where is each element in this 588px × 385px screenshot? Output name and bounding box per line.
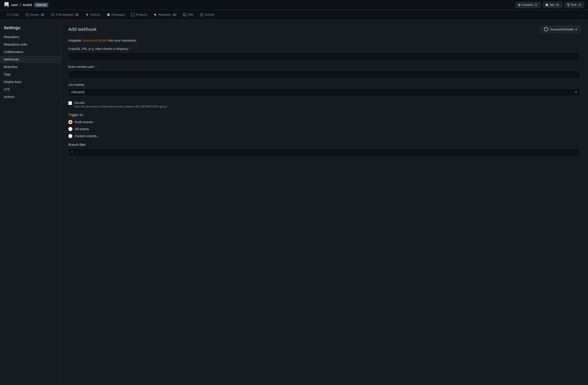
trigger-push-events[interactable]: Push events	[68, 120, 581, 124]
secrets-title: Secrets	[74, 101, 167, 104]
star-count: 0	[555, 3, 560, 6]
tab-projects[interactable]: Projects	[128, 10, 150, 20]
tab-wiki[interactable]: Wiki	[180, 10, 197, 20]
form-title: Add webhook	[68, 27, 97, 32]
trigger-custom-radio[interactable]	[68, 134, 72, 138]
sidebar-item-deploy-keys-label: Deploy keys	[4, 80, 21, 84]
trigger-custom-events[interactable]: Custom events...	[68, 134, 581, 138]
tab-pr-label: Pull requests	[56, 13, 73, 16]
fork-label: Fork	[571, 3, 577, 7]
unwatch-count: 1	[534, 3, 538, 6]
trigger-push-label: Push events	[75, 120, 93, 124]
graphql-url-label: GraphQL URL (e.g. https://builds.sr.ht/q…	[68, 47, 581, 50]
sidebar-item-actions-label: Actions	[4, 95, 15, 99]
page-layout: Settings Repository Repository units Col…	[0, 20, 588, 383]
branch-filter-input[interactable]	[68, 148, 581, 156]
secrets-group: Secrets Give the job access to the build…	[68, 101, 581, 108]
build-manifest-input[interactable]	[68, 70, 581, 78]
trigger-all-label: All events	[75, 127, 89, 131]
sidebar-item-repository-label: Repository	[4, 35, 20, 39]
repo-visibility-badge: Internal	[34, 2, 48, 7]
trigger-custom-label: Custom events...	[75, 134, 99, 138]
topbar: user / test01 Internal Unwatch 1 Star 0 …	[0, 0, 588, 10]
tab-wiki-label: Wiki	[188, 13, 194, 16]
sourcehut-dropdown-icon: ▾	[575, 28, 577, 31]
star-label: Star	[549, 3, 555, 7]
sourcehut-circle-icon	[544, 27, 548, 31]
tab-actions-label: Actions	[90, 13, 100, 16]
trigger-label: Trigger on:	[68, 113, 581, 117]
tab-issues-label: Issues	[30, 13, 39, 16]
repo-name: test01	[23, 3, 32, 7]
sourcehut-builds-button[interactable]: SourceHut Builds ▾	[541, 25, 581, 33]
unwatch-button[interactable]: Unwatch 1	[515, 2, 541, 8]
tab-packages-label: Packages	[111, 13, 125, 16]
graphql-url-input[interactable]	[68, 52, 581, 60]
secrets-desc: Give the job access to the build secrets…	[74, 105, 167, 108]
build-manifest-label: Build manifest path *	[68, 65, 581, 68]
secrets-label[interactable]: Secrets Give the job access to the build…	[68, 101, 581, 108]
integrate-link[interactable]: SourceHut Builds	[82, 39, 107, 42]
more-tabs-button[interactable]: ···	[578, 10, 584, 20]
sidebar-item-repository[interactable]: Repository	[0, 33, 61, 41]
sidebar-item-repository-units[interactable]: Repository units	[0, 41, 61, 48]
topbar-actions: Unwatch 1 Star 0 Fork 0	[515, 2, 584, 8]
tab-activity[interactable]: Activity	[197, 10, 218, 20]
job-visibility-label: Job visibility	[68, 83, 581, 86]
main-content: Add webhook SourceHut Builds ▾ Integrate…	[61, 20, 588, 383]
branch-filter-label: Branch filter	[68, 143, 581, 146]
fork-button[interactable]: Fork 0	[564, 2, 584, 8]
tab-releases-label: Releases	[158, 13, 171, 16]
integrate-prefix: Integrate	[68, 39, 81, 42]
integrate-text: Integrate SourceHut Builds into your rep…	[68, 39, 581, 42]
build-manifest-group: Build manifest path *	[68, 65, 581, 78]
tab-code-label: Code	[12, 13, 19, 16]
trigger-radio-group: Push events All events Custom events...	[68, 120, 581, 138]
sidebar-item-lfs-label: LFS	[4, 87, 10, 91]
job-visibility-select[interactable]: PRIVATE PUBLIC UNLISTED	[68, 88, 581, 96]
sidebar-item-branches-label: Branches	[4, 65, 18, 69]
tab-releases[interactable]: Releases 1	[150, 10, 180, 20]
sidebar-item-collaborators[interactable]: Collaborators	[0, 48, 61, 56]
sidebar-item-deploy-keys[interactable]: Deploy keys	[0, 78, 61, 85]
sidebar-item-branches[interactable]: Branches	[0, 63, 61, 71]
trigger-all-radio[interactable]	[68, 127, 72, 131]
settings-sidebar: Settings Repository Repository units Col…	[0, 20, 61, 383]
tab-activity-label: Activity	[205, 13, 214, 16]
sidebar-item-webhooks-label: Webhooks	[4, 58, 19, 61]
graphql-url-required: *	[130, 47, 131, 50]
nav-tabs: Code Issues 1 Pull requests 1 Actions Pa…	[0, 10, 588, 20]
build-manifest-required: *	[95, 65, 97, 68]
repo-logo: user / test01 Internal	[4, 2, 48, 8]
tab-releases-badge: 1	[172, 13, 176, 16]
tab-pull-requests[interactable]: Pull requests 1	[48, 10, 82, 20]
sourcehut-btn-label: SourceHut Builds	[550, 28, 573, 31]
trigger-push-radio[interactable]	[68, 120, 72, 124]
sidebar-item-repository-units-label: Repository units	[4, 42, 27, 46]
sidebar-item-tags-label: Tags	[4, 72, 11, 76]
sidebar-heading: Settings	[0, 24, 61, 33]
tab-issues[interactable]: Issues 1	[22, 10, 48, 20]
star-button[interactable]: Star 0	[543, 2, 562, 8]
tab-pr-badge: 1	[75, 13, 79, 16]
sidebar-item-actions[interactable]: Actions ›	[0, 93, 61, 101]
form-header: Add webhook SourceHut Builds ▾	[68, 25, 581, 33]
sidebar-item-webhooks[interactable]: Webhooks	[0, 56, 61, 63]
sidebar-item-lfs[interactable]: LFS	[0, 85, 61, 93]
graphql-url-group: GraphQL URL (e.g. https://builds.sr.ht/q…	[68, 47, 581, 60]
repo-owner: user	[11, 3, 18, 7]
integrate-suffix: into your repository.	[108, 39, 137, 42]
secrets-checkbox[interactable]	[68, 101, 72, 105]
sidebar-item-collaborators-label: Collaborators	[4, 50, 23, 54]
tab-code[interactable]: Code	[4, 10, 22, 20]
tab-actions[interactable]: Actions	[82, 10, 104, 20]
trigger-all-events[interactable]: All events	[68, 127, 581, 131]
tab-issues-badge: 1	[41, 13, 45, 16]
sidebar-item-actions-chevron: ›	[56, 95, 57, 99]
tab-packages[interactable]: Packages	[104, 10, 128, 20]
job-visibility-group: Job visibility PRIVATE PUBLIC UNLISTED	[68, 83, 581, 96]
tab-projects-label: Projects	[136, 13, 147, 16]
unwatch-label: Unwatch	[522, 3, 533, 7]
sidebar-item-tags[interactable]: Tags	[0, 71, 61, 78]
fork-count: 0	[577, 3, 582, 6]
